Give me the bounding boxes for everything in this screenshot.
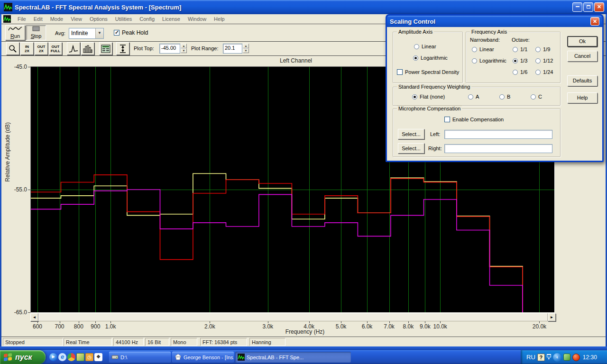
spin-up-icon[interactable]: ▲: [181, 44, 187, 48]
chrome-icon[interactable]: [67, 353, 75, 361]
spin-down-icon[interactable]: ▼: [243, 48, 249, 53]
foobar2000-icon[interactable]: ❖: [94, 353, 102, 361]
help-button[interactable]: Help: [567, 92, 598, 103]
radio-icon: [413, 55, 418, 61]
zoom-button[interactable]: [6, 42, 19, 55]
weighting-c-radio[interactable]: C: [531, 94, 542, 100]
defaults-button[interactable]: Defaults: [567, 75, 598, 86]
narrowband-logarithmic-radio[interactable]: Logarithmic: [472, 58, 506, 64]
plot-range-field[interactable]: 20.1: [223, 44, 242, 54]
start-button[interactable]: пуск: [0, 350, 46, 364]
restore-panel-icon[interactable]: ▼: [547, 354, 551, 360]
menu-item-edit[interactable]: Edit: [30, 15, 46, 23]
options-window-icon: [101, 45, 110, 53]
plot-top-spinner[interactable]: ▲▼: [181, 44, 187, 53]
stop-button[interactable]: Stop: [26, 25, 46, 40]
radio-icon: [468, 94, 473, 100]
x-tick-label: 5.0k: [331, 323, 351, 330]
menu-item-utilities[interactable]: Utilities: [111, 15, 136, 23]
clock-app-icon[interactable]: ◷: [85, 353, 93, 361]
media-player-icon[interactable]: ▶: [49, 353, 57, 361]
close-button[interactable]: ✕: [594, 2, 604, 12]
scroll-left-arrow[interactable]: ◄: [30, 313, 38, 321]
menu-item-options[interactable]: Options: [86, 15, 111, 23]
plot-range-spinner[interactable]: ▲▼: [243, 44, 249, 53]
task-button-drive[interactable]: D:\: [109, 352, 171, 363]
narrowband-linear-radio[interactable]: Linear: [472, 46, 494, 52]
select-right-button[interactable]: Select...: [398, 143, 424, 154]
menu-item-license[interactable]: License: [158, 15, 184, 23]
x-tick-label: 600: [27, 323, 48, 330]
avg-combobox[interactable]: Infinite ▼: [69, 28, 104, 39]
stop-label: Stop: [27, 33, 46, 39]
task-button-foobar[interactable]: George Benson - [Ins...: [172, 352, 234, 363]
octave-1-24-radio[interactable]: 1/24: [535, 69, 553, 75]
menu-item-config[interactable]: Config: [136, 15, 158, 23]
menu-item-mode[interactable]: Mode: [46, 15, 67, 23]
hidden-icons-chevron[interactable]: ‹: [553, 353, 561, 362]
octave-1-12-radio[interactable]: 1/12: [535, 58, 553, 64]
peak-hold-checkbox[interactable]: Peak Hold: [114, 29, 148, 36]
y-tick-label: -65.0: [7, 309, 27, 316]
task-button-label: D:\: [120, 355, 127, 360]
dialog-title-bar[interactable]: Scaling Control ✕: [387, 16, 602, 27]
octave-1-3-radio[interactable]: 1/3: [513, 58, 527, 64]
minimize-button[interactable]: [572, 2, 582, 12]
dialog-body: Amplitude Axis Linear Logarithmic Power …: [387, 27, 602, 161]
ok-button[interactable]: Ok: [567, 36, 598, 47]
chevron-down-icon[interactable]: ▼: [95, 28, 103, 38]
peak-curve-display-button[interactable]: [67, 42, 80, 55]
menu-item-view[interactable]: View: [67, 15, 86, 23]
tray-clock[interactable]: 12:30: [583, 354, 597, 361]
spin-up-icon[interactable]: ▲: [243, 44, 249, 48]
weighting-flat-radio[interactable]: Flat (none): [412, 94, 445, 100]
vertical-range-icon: [119, 44, 127, 54]
select-left-button[interactable]: Select...: [398, 129, 424, 139]
right-compensation-input[interactable]: [444, 144, 552, 153]
menu-item-window[interactable]: Window: [184, 15, 210, 23]
horizontal-scrollbar[interactable]: ◄ ►: [30, 313, 556, 321]
red-tray-icon[interactable]: [572, 354, 580, 361]
x-tick-label: 3.0k: [258, 323, 278, 330]
channel-title: Left Channel: [267, 57, 324, 64]
weighting-b-radio[interactable]: B: [499, 94, 510, 100]
help-tray-icon[interactable]: ?: [537, 354, 545, 361]
amplitude-axis-group: Amplitude Axis Linear Logarithmic Power …: [393, 32, 463, 83]
zoom-out-2x-icon: OUT: [37, 45, 46, 49]
weighting-a-radio[interactable]: A: [468, 94, 479, 100]
picture-viewer-icon[interactable]: [76, 353, 84, 361]
cancel-button[interactable]: Cancel: [567, 51, 598, 62]
checkbox-icon: [397, 69, 403, 75]
menu-item-file[interactable]: File: [14, 15, 30, 23]
internet-explorer-icon[interactable]: e: [58, 353, 66, 361]
left-compensation-input[interactable]: [444, 130, 552, 139]
octave-1-1-radio[interactable]: 1/1: [513, 46, 527, 52]
enable-compensation-checkbox[interactable]: Enable Compensation: [444, 117, 504, 122]
narrowband-label: Narrowband:: [470, 37, 500, 43]
restore-button[interactable]: [583, 2, 593, 12]
zoom-out-2x-button[interactable]: OUT 2X: [35, 42, 48, 55]
display-options-button[interactable]: [99, 42, 112, 55]
zoom-out-full-button[interactable]: OUT FULL: [49, 42, 62, 55]
task-button-spectralab[interactable]: SpectraLAB - FFT Spe...: [235, 352, 351, 363]
language-indicator[interactable]: RU: [526, 354, 535, 361]
amplitude-logarithmic-radio[interactable]: Logarithmic: [413, 55, 448, 61]
octave-1-6-radio[interactable]: 1/6: [513, 69, 527, 75]
restore-icon: [587, 5, 590, 9]
bar-display-button[interactable]: [81, 42, 94, 55]
power-spectral-density-checkbox[interactable]: Power Spectral Density: [397, 69, 459, 75]
dialog-close-button[interactable]: ✕: [590, 17, 599, 26]
scrollbar-thumb[interactable]: [38, 313, 548, 321]
octave-1-9-radio[interactable]: 1/9: [535, 46, 550, 52]
checkbox-icon: [114, 30, 120, 36]
spin-down-icon[interactable]: ▼: [181, 48, 187, 53]
amplitude-linear-radio[interactable]: Linear: [414, 44, 436, 49]
menu-item-help[interactable]: Help: [210, 15, 229, 23]
green-tray-icon[interactable]: [563, 354, 570, 361]
vertical-range-button[interactable]: [116, 42, 129, 55]
window-frame-bottom: [0, 346, 607, 350]
scroll-right-arrow[interactable]: ►: [548, 313, 556, 321]
zoom-in-2x-button[interactable]: IN 2X: [20, 42, 34, 55]
run-button[interactable]: Run: [5, 25, 25, 40]
plot-top-field[interactable]: -45.00: [159, 44, 180, 54]
